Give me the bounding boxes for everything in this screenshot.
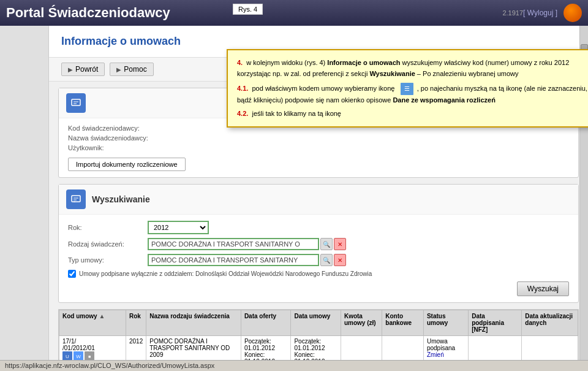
zmien-link[interactable]: Zmień [427,351,444,358]
svg-rect-0 [72,99,80,105]
checkbox-row: Umowy podpisane wyłącznie z oddziałem: D… [68,270,569,278]
tooltip-overlay: 4. w kolejnym widoku (rys. 4) Informacje… [227,49,588,128]
uzytkownik-field-row: Użytkownik: [68,144,569,151]
statusbar-url: https://aplikacje.nfz-wroclaw.pl/CLO_WS/… [5,362,214,369]
nazwa-label: Nazwa świadczeniodawcy: [68,134,166,142]
statusbar: https://aplikacje.nfz-wroclaw.pl/CLO_WS/… [0,360,588,371]
header: Portal Świadczeniodawcy 2.1917 Rys. 4 [ … [0,0,588,26]
page-title: Informacje o umowach [61,35,576,48]
search-section: Wyszukiwanie Rok: 2012 Rodzaj świadczeń:… [58,184,579,303]
back-button[interactable]: ▶ Powrót [61,63,105,76]
oddzial-checkbox[interactable] [68,270,76,278]
logout-link[interactable]: [ Wyloguj ] [523,9,557,17]
search-section-icon [66,189,86,209]
rodzaj-clear-btn[interactable]: ✕ [334,238,346,250]
col-nazwa: Nazwa rodzaju świadczenia [146,310,241,336]
col-data-oferty: Data oferty [241,310,291,336]
rok-row: Rok: 2012 [68,221,569,234]
nazwa-field-row: Nazwa świadczeniodawcy: [68,134,569,142]
col-kwota: Kwota umowy (zł) [341,310,382,336]
rodzaj-search-icon-btn[interactable]: 🔍 [320,238,333,250]
tooltip-bold2: Wyszukiwanie [369,70,415,77]
col-kod: Kod umowy ▲ [59,310,126,336]
step42-num: 4.2. [237,110,248,117]
col-konto: Konto bankowe [382,310,424,336]
step41-num: 4.1. [237,85,248,92]
search-section-title: Wyszukiwanie [92,194,150,204]
rok-label: Rok: [68,224,148,231]
wyszukaj-button[interactable]: Wyszukaj [517,281,569,296]
col-data-umowy: Data umowy [291,310,341,336]
rodzaj-label: Rodzaj świadczeń: [68,240,148,248]
checkbox-label: Umowy podpisane wyłącznie z oddziałem: D… [79,270,372,277]
table-header-row: Kod umowy ▲ Rok Nazwa rodzaju świadczeni… [59,310,578,336]
search-section-body: Rok: 2012 Rodzaj świadczeń: 🔍 ✕ Typ umow… [59,215,578,302]
typ-input[interactable] [148,254,319,266]
kod-label: Kod świadczeniodawcy: [68,124,166,132]
uzytkownik-label: Użytkownik: [68,144,166,151]
version-label: 2.1917 [502,9,523,17]
typ-clear-btn[interactable]: ✕ [334,254,346,266]
tooltip-icon-preview: ☰ [401,83,413,95]
tooltip-p3: 4.2. jeśli tak to klikamy na tą ikonę [237,109,588,120]
content-area: Informacje o umowach ▶ Powrót ▶ Pomoc K [49,26,588,371]
typ-row: Typ umowy: 🔍 ✕ [68,254,569,266]
rok-select[interactable]: 2012 [148,221,209,234]
tooltip-p1: 4. w kolejnym widoku (rys. 4) Informacje… [237,58,588,79]
search-btn-row: Wyszukaj [68,281,569,296]
step4-num: 4. [237,59,243,66]
tooltip-bold3: Dane ze wspomagania rozliczeń [393,96,496,104]
rys-badge: Rys. 4 [233,4,263,15]
help-arrow-icon: ▶ [116,66,121,73]
col-rok: Rok [126,310,146,336]
typ-label: Typ umowy: [68,256,148,264]
main-layout: Informacje o umowach ▶ Powrót ▶ Pomoc K [0,26,588,371]
tooltip-p2: 4.1. pod właściwym kodem umowy wybieramy… [237,83,588,106]
back-arrow-icon: ▶ [68,66,73,73]
col-status: Status umowy [423,310,468,336]
col-data-podp: Data podpisania [NFZ] [469,310,522,336]
typ-search-icon-btn[interactable]: 🔍 [320,254,333,266]
svg-rect-3 [72,196,80,202]
col-data-akt: Data aktualizacji danych [522,310,578,336]
search-section-header: Wyszukiwanie [59,185,578,215]
rodzaj-row: Rodzaj świadczeń: 🔍 ✕ [68,238,569,250]
sort-arrow-icon: ▲ [99,313,105,319]
rodzaj-input[interactable] [148,238,319,250]
provider-section-icon [66,93,86,113]
user-avatar-circle [564,4,582,22]
import-button[interactable]: Importuj dokumenty rozliczeniowe [68,158,186,171]
sidebar [0,26,49,371]
help-button[interactable]: ▶ Pomoc [110,63,153,76]
tooltip-bold1: Informacje o umowach [327,59,400,66]
